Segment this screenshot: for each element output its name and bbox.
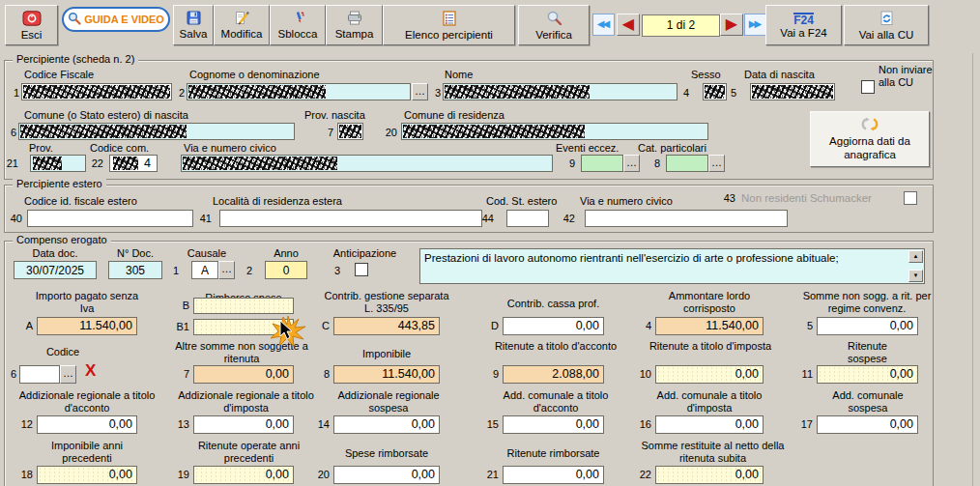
cod-st-estero-field[interactable]: [506, 210, 549, 227]
goto-cu-button[interactable]: Vai alla CU: [844, 5, 929, 45]
add-com-sospesa-num: 17: [790, 418, 813, 430]
add-reg-imposta-label: Addizionale regionale a titolo d'imposta: [171, 389, 321, 415]
scroll-down-button[interactable]: ▼: [908, 270, 923, 282]
contrib-gestione-field[interactable]: 443,85: [333, 317, 440, 335]
anno-field[interactable]: 0: [265, 261, 307, 279]
next-record-button[interactable]: ▶: [720, 14, 743, 36]
redacted-value: [23, 85, 170, 99]
ritenute-acconto-field[interactable]: 2.088,00: [503, 365, 604, 384]
comune-residenza-num: 20: [380, 127, 397, 138]
last-record-button[interactable]: ▶▶: [744, 14, 766, 36]
guida-e-video-button[interactable]: GUIDA E VIDEO: [62, 7, 170, 32]
cognome-field[interactable]: [187, 83, 411, 100]
add-com-sospesa-label: Add. comunale sospesa: [815, 389, 921, 415]
schumacker-checkbox[interactable]: [904, 191, 917, 205]
rimborso-b1-field[interactable]: [193, 319, 294, 335]
text-caret: [283, 321, 285, 332]
save-button[interactable]: Salva: [173, 5, 214, 45]
cognome-lookup-button[interactable]: …: [412, 83, 428, 100]
anticipazione-checkbox[interactable]: [355, 263, 368, 276]
anticipazione-num: 3: [327, 265, 340, 276]
causale-lookup-button[interactable]: …: [218, 261, 235, 279]
altre-somme-field[interactable]: 0,00: [193, 365, 294, 384]
unlock-label: Sblocca: [278, 28, 318, 40]
save-label: Salva: [180, 28, 208, 40]
print-button[interactable]: Stampa: [326, 5, 383, 45]
goto-f24-label: Vai a F24: [780, 27, 826, 39]
ritenute-imposta-field[interactable]: 0,00: [655, 365, 764, 384]
scroll-up-button[interactable]: ▲: [908, 250, 923, 263]
add-reg-imposta-field[interactable]: 0,00: [193, 415, 294, 434]
via-field[interactable]: [181, 155, 553, 172]
data-nascita-field[interactable]: [750, 83, 835, 100]
ritenute-anni-prec-field[interactable]: 0,00: [193, 466, 294, 484]
causale-field[interactable]: A: [191, 261, 218, 279]
eventi-eccez-field[interactable]: [581, 155, 623, 172]
codice-id-estero-field[interactable]: [27, 210, 193, 227]
codice-id-estero-num: 40: [5, 213, 22, 224]
spese-rimborsate-field[interactable]: 0,00: [333, 466, 440, 484]
add-com-sospesa-field[interactable]: 0,00: [817, 415, 918, 434]
codice-fiscale-field[interactable]: [21, 83, 172, 100]
first-record-button[interactable]: ◀◀: [592, 14, 615, 36]
importo-pagato-field[interactable]: 11.540,00: [37, 317, 137, 335]
ritenute-anni-prec-label: Ritenute operate anni precedenti: [179, 440, 319, 465]
ritenute-acconto-num: 9: [476, 368, 499, 380]
add-reg-acconto-label: Addizionale regionale a titolo d'acconto: [14, 389, 159, 415]
imponibile-anni-prec-field[interactable]: 0,00: [37, 466, 137, 484]
codice-lookup-button[interactable]: …: [60, 365, 76, 384]
ritenute-sospese-field[interactable]: 0,00: [817, 365, 918, 384]
via-estero-field[interactable]: [585, 210, 788, 227]
cognome-num: 2: [171, 87, 185, 99]
codice-field[interactable]: [19, 365, 60, 384]
add-reg-sospesa-field[interactable]: 0,00: [333, 415, 440, 434]
non-inviare-label: Non inviare alla CU: [879, 64, 937, 89]
somme-non-sogg-field[interactable]: 0,00: [817, 317, 918, 335]
n-doc-field[interactable]: 305: [108, 261, 162, 279]
redacted-value: [188, 85, 326, 99]
somme-restituite-label: Somme restituite al netto della ritenuta…: [633, 440, 793, 465]
clear-x-icon[interactable]: X: [85, 361, 96, 381]
edit-button[interactable]: Modifica: [214, 5, 270, 45]
aggiorna-anagrafica-button[interactable]: Aggiorna dati da anagrafica: [810, 111, 930, 167]
localita-estera-field[interactable]: [219, 210, 482, 227]
ammontare-lordo-field[interactable]: 11.540,00: [655, 317, 764, 335]
contrib-cassa-num: D: [476, 320, 499, 331]
add-reg-acconto-num: 12: [10, 418, 33, 430]
non-inviare-checkbox[interactable]: [861, 80, 875, 94]
descrizione-causale-textarea[interactable]: Prestazioni di lavoro autonomo rientrant…: [419, 248, 925, 284]
eventi-eccez-lookup-button[interactable]: …: [623, 155, 640, 172]
comune-residenza-field[interactable]: [401, 123, 708, 140]
codice-com-field[interactable]: 4: [109, 155, 158, 172]
contrib-cassa-field[interactable]: 0,00: [503, 317, 604, 335]
cat-particolari-lookup-button[interactable]: …: [708, 155, 725, 172]
cat-particolari-field[interactable]: [666, 155, 708, 172]
unlock-button[interactable]: Sblocca: [270, 5, 326, 45]
prov-nascita-field[interactable]: [337, 123, 363, 140]
goto-f24-button[interactable]: F24 Vai a F24: [765, 5, 842, 45]
prov-field[interactable]: [30, 155, 86, 172]
somme-restituite-field[interactable]: 0,00: [655, 466, 764, 484]
app-window: Esci GUIDA E VIDEO Salva Modifica Sblocc…: [0, 0, 980, 486]
data-doc-field[interactable]: 30/07/2025: [14, 261, 97, 279]
add-reg-sospesa-label: Addizionale regionale sospesa: [331, 389, 446, 415]
ritenute-rimborsate-field[interactable]: 0,00: [503, 466, 604, 484]
imponibile-label: Imponibile: [309, 348, 464, 360]
prev-record-icon: ◀: [622, 15, 634, 32]
via-estero-num: 42: [558, 213, 575, 224]
search-icon: [68, 12, 81, 27]
add-com-imposta-field[interactable]: 0,00: [655, 415, 764, 434]
add-com-acconto-field[interactable]: 0,00: [503, 415, 604, 434]
altre-somme-label: Altre somme non soggette a ritenuta: [169, 340, 314, 365]
prev-record-button[interactable]: ◀: [617, 14, 640, 36]
verify-button[interactable]: Verifica: [518, 5, 590, 45]
recipient-list-button[interactable]: Elenco percipienti: [383, 5, 515, 45]
nome-field[interactable]: [443, 83, 677, 100]
imponibile-field[interactable]: 11.540,00: [333, 365, 440, 384]
goto-cu-label: Vai alla CU: [859, 29, 914, 41]
rimborso-b-field[interactable]: [193, 298, 294, 314]
exit-button[interactable]: Esci: [5, 5, 58, 45]
comune-nascita-field[interactable]: [18, 123, 295, 140]
add-reg-acconto-field[interactable]: 0,00: [37, 415, 137, 434]
codice-com-label: Codice com.: [90, 142, 149, 155]
